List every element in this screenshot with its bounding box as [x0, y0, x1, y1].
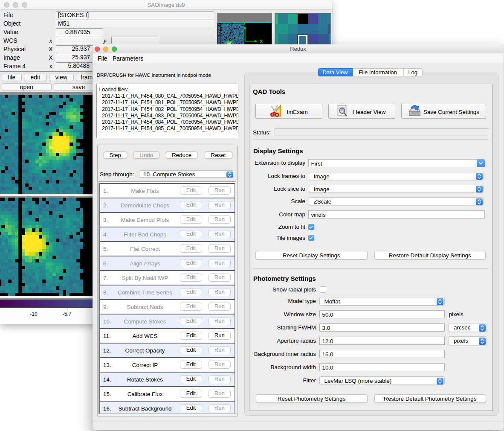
svg-text:Y: Y	[243, 20, 246, 26]
svg-text:X: X	[260, 39, 263, 44]
